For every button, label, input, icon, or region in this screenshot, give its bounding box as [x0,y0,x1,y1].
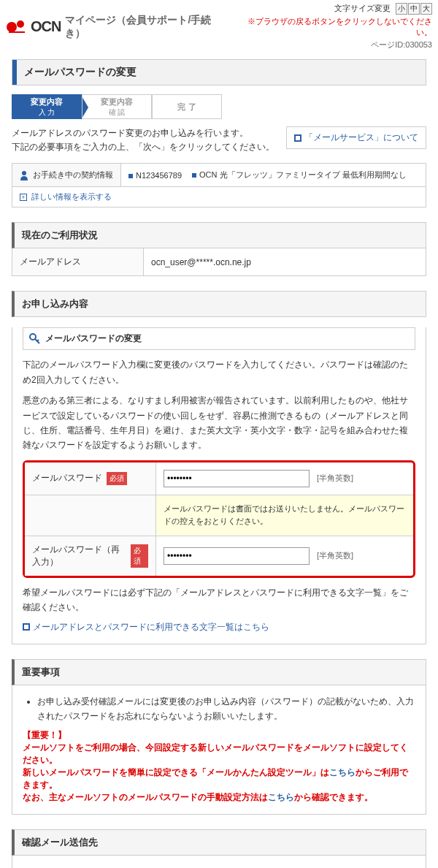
logo-text: OCN [31,18,61,35]
expand-details[interactable]: + 詳しい情報を表示する [12,187,426,208]
apply-instruction-2: 悪意のある第三者による、なりすまし利用被害が報告されています。以前利用したものや… [23,393,415,453]
apply-heading: お申し込み内容 [12,291,426,317]
important-list: お申し込み受付確認メールには変更後のお申し込み内容（パスワード）の記載がないため… [23,688,415,730]
main-heading: メールパスワードの変更 [12,60,426,85]
contract-number: N123456789 [128,171,182,180]
password-note: メールパスワードは書面ではお送りいたしません。メールパスワードの控えをおとりくだ… [156,495,413,536]
step-input: 変更内容入 力 [12,94,82,119]
required-badge: 必須 [107,472,127,485]
plus-icon: + [20,194,27,201]
svg-point-0 [7,22,17,32]
step-confirm: 変更内容確 認 [82,94,152,119]
password-confirm-input[interactable] [164,547,310,565]
usage-heading: 現在のご利用状況 [12,222,426,248]
page-title: マイページ（会員サポート/手続き） [65,14,231,40]
ocn-logo-icon [6,18,28,36]
password-confirm-label: メールパスワード（再入力） 必須 [25,536,156,576]
svg-point-1 [17,20,24,28]
svg-rect-2 [9,31,25,33]
font-medium-button[interactable]: 中 [408,3,420,15]
mail-service-link[interactable]: 「メールサービス」について [286,126,426,149]
step-complete: 完 了 [152,94,222,119]
svg-point-4 [30,334,36,340]
font-size-label: 文字サイズ変更 [334,4,391,12]
link-icon [23,623,30,631]
intro-text: メールアドレスのパスワード変更のお申し込みを行います。 下記の必要事項をご入力の… [12,126,277,154]
important-warn-2: 新しいメールパスワードを簡単に設定できる「メールかんたん設定ツール」はこちらから… [23,766,415,791]
person-icon [20,170,28,180]
password-input[interactable] [164,470,310,487]
usage-mail-label: メールアドレス [12,248,144,275]
apply-instruction-1: 下記のメールパスワード入力欄に変更後のパスワードを入力してください。パスワードは… [23,357,415,387]
link-icon [294,134,301,142]
usage-mail-value: ocn_user@*****.ocn.ne.jp [144,248,426,275]
logo: OCN [6,18,61,36]
tool-link[interactable]: こちら [329,767,356,777]
password-label: メールパスワード 必須 [25,462,156,495]
important-heading: 重要事項 [12,659,426,685]
important-warn-heading: 【重要！】 [23,729,415,742]
char-list-link[interactable]: メールアドレスとパスワードに利用できる文字一覧はこちら [23,621,415,633]
page-id: ページID:030053 [231,39,432,50]
font-large-button[interactable]: 大 [420,3,432,15]
required-badge: 必須 [131,544,148,568]
apply-after-text: 希望メールパスワードには必ず下記の「メールアドレスとパスワードに利用できる文字一… [23,585,415,615]
browser-back-warning: ※ブラウザの戻るボタンをクリックしないでください。 [231,16,432,38]
font-small-button[interactable]: 小 [396,3,407,15]
important-warn-1: メールソフトをご利用の場合、今回設定する新しいメールパスワードをメールソフトに設… [23,742,415,766]
manual-link[interactable]: こちら [268,792,294,802]
confirm-heading: 確認メール送信先 [12,829,426,856]
apply-sub-heading: メールパスワードの変更 [23,327,415,350]
password-confirm-hint: [半角英数] [317,550,353,561]
key-icon [29,333,41,345]
contract-plan: OCN 光「フレッツ」ファミリータイプ 最低利用期間なし [192,170,407,180]
svg-point-3 [22,171,26,175]
password-hint: [半角英数] [317,473,353,484]
step-indicator: 変更内容入 力 変更内容確 認 完 了 [12,94,426,119]
contract-label: お手続き中の契約情報 [12,164,121,186]
important-warn-3: なお、主なメールソフトのメールパスワードの手動設定方法はこちらから確認できます。 [23,791,415,804]
